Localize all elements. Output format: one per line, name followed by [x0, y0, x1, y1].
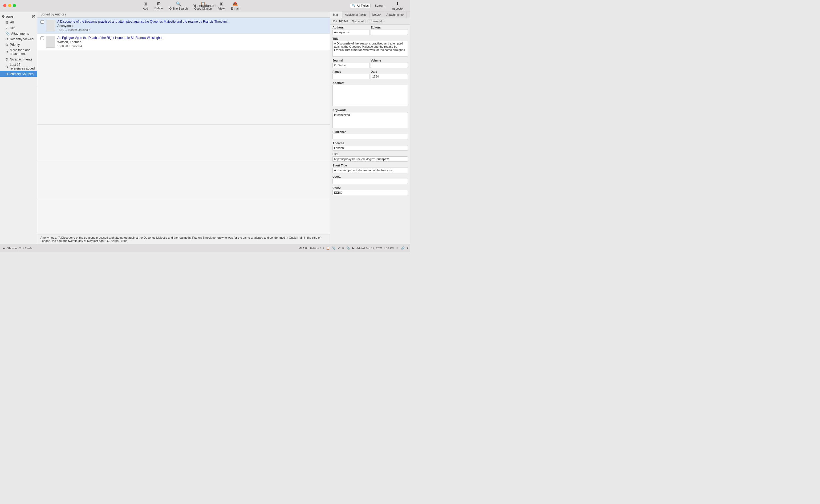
sidebar-item-more-than-one[interactable]: ⊙ More than one attachment — [0, 47, 37, 56]
url-label: URL — [332, 153, 408, 156]
status-bar-right: MLA 8th Edition.fmt 📋 📎 ✓ F 📎 ▶ Added Ju… — [298, 246, 408, 250]
primary-sources-icon: ⊙ — [5, 72, 8, 76]
volume-value[interactable] — [371, 63, 408, 68]
pages-value[interactable] — [332, 74, 370, 79]
tab-notes[interactable]: Notes* — [370, 11, 384, 18]
attach-icon: 📎 — [346, 246, 350, 250]
sidebar-item-attachments[interactable]: 📎 Attachments — [0, 31, 37, 36]
traffic-lights — [3, 4, 16, 7]
priority-icon: ⊙ — [5, 43, 8, 47]
sidebar-item-label: Attachments — [11, 32, 29, 35]
journal-value[interactable]: C. Barker — [332, 63, 370, 68]
editors-value[interactable] — [371, 30, 408, 35]
unused-badge[interactable]: Unused 4 — [367, 19, 384, 23]
main-layout: Groups ⌘ ▦ All ✓ Hits 📎 Attachments ⊙ Re… — [0, 11, 410, 244]
sidebar-item-label: Primary Sources — [10, 72, 34, 76]
sidebar-item-no-attachments[interactable]: ⊙ No attachments — [0, 56, 37, 62]
font-icon: F — [342, 247, 344, 250]
edit-icon: ✏ — [396, 246, 399, 250]
status-bar: ☁ Showing 2 of 2 refs MLA 8th Edition.fm… — [0, 244, 410, 252]
app-title: Dissertation.bdb — [193, 4, 218, 8]
sidebar-item-hits[interactable]: ✓ Hits — [0, 25, 37, 31]
sidebar: Groups ⌘ ▦ All ✓ Hits 📎 Attachments ⊙ Re… — [0, 11, 37, 244]
keywords-value[interactable]: Infochecked — [332, 112, 408, 128]
short-title-value[interactable]: A true and perfect declaration of the tr… — [332, 168, 408, 173]
last-15-icon: ⊙ — [5, 65, 8, 69]
journal-field: Journal C. Barker — [332, 59, 370, 68]
sidebar-item-primary-sources[interactable]: ⊙ Primary Sources — [0, 71, 37, 77]
tab-additional[interactable]: Additional Fields — [342, 11, 370, 18]
title-field-row: Title A Discouerie of the treasons pract… — [330, 36, 410, 58]
ref-thumbnail-2 — [46, 36, 55, 48]
email-button[interactable]: 📤 E-mail — [228, 0, 242, 11]
title-value[interactable]: A Discouerie of the treasons practised a… — [332, 41, 408, 57]
date-value[interactable]: 1584 — [371, 74, 408, 79]
close-button[interactable] — [3, 4, 6, 7]
empty-row-2 — [37, 87, 330, 125]
add-button[interactable]: ⊞ Add — [140, 0, 151, 11]
delete-icon: 🗑 — [157, 1, 161, 6]
format-label: MLA 8th Edition.fmt — [298, 247, 324, 250]
inspector-meta: ID# 163442 No Label Unused 4 — [330, 18, 410, 25]
ref-meta-2: 1590 20. Unused 4 — [57, 44, 327, 48]
toolbar: ⊞ Add 🗑 Delete 🔍 Online Search 📋 Copy Ci… — [32, 0, 350, 11]
ref-thumbnail-1 — [46, 20, 55, 31]
minimize-button[interactable] — [8, 4, 11, 7]
paperclip-icon: 📎 — [332, 246, 336, 250]
user1-label: User1 — [332, 175, 408, 178]
publisher-value[interactable] — [332, 134, 408, 139]
authors-value[interactable]: Anonymous — [332, 30, 370, 35]
search-box[interactable]: 🔍 All Fields — [350, 3, 371, 8]
sidebar-item-label: All — [10, 21, 14, 24]
journal-label: Journal — [332, 59, 370, 62]
added-label: Added Jun 17, 2021 1:03 PM — [356, 247, 395, 250]
all-icon: ▦ — [5, 20, 9, 24]
editors-field: Editors — [371, 26, 408, 35]
sidebar-item-all[interactable]: ▦ All — [0, 19, 37, 25]
ref-checkbox-1[interactable] — [40, 20, 44, 24]
search-button[interactable]: Search — [372, 3, 387, 8]
tab-main[interactable]: Main — [330, 11, 342, 18]
ref-author-1: Anonymous — [57, 24, 327, 28]
maximize-button[interactable] — [13, 4, 16, 7]
keywords-field-row: Keywords Infochecked — [330, 107, 410, 129]
delete-button[interactable]: 🗑 Delete — [151, 0, 166, 11]
user2-value[interactable]: EEBO — [332, 190, 408, 195]
inspector-button[interactable]: ℹ Inspector — [388, 0, 407, 11]
authors-editors-row: Authors Anonymous Editors — [330, 25, 410, 36]
sidebar-item-recently-viewed[interactable]: ⊙ Recently Viewed — [0, 36, 37, 42]
inspector-label-dropdown[interactable]: No Label — [350, 19, 366, 23]
sidebar-item-label: Recently Viewed — [10, 37, 34, 41]
content-area: Sorted by Authors A Discouerie of the tr… — [37, 11, 330, 244]
citation-text: Anonymous. "A Discouerie of the treasons… — [40, 236, 320, 242]
table-row[interactable]: An Eglogue Vpon the Death of the Right H… — [37, 34, 330, 50]
ref-checkbox-2[interactable] — [40, 36, 44, 40]
short-title-field-row: Short Title A true and perfect declarati… — [330, 163, 410, 174]
attachments-icon: 📎 — [5, 31, 10, 35]
sidebar-item-last-15[interactable]: ⊙ Last 15 references added — [0, 62, 37, 71]
ref-content-2: An Eglogue Vpon the Death of the Right H… — [57, 36, 327, 48]
url-value[interactable]: http://libproxy.lib.unc.edu/login?url=ht… — [332, 156, 408, 162]
toolbar-right: 🔍 All Fields Search ℹ Inspector — [350, 0, 407, 11]
ref-meta-1: 1584 C. Barker Unused 4 — [57, 28, 327, 31]
table-row[interactable]: A Discouerie of the treasons practised a… — [37, 18, 330, 34]
user1-field-row: User1 — [330, 174, 410, 185]
clipboard-icon: 📋 — [326, 246, 330, 250]
editors-label: Editors — [371, 26, 408, 29]
online-search-button[interactable]: 🔍 Online Search — [166, 0, 191, 11]
abstract-value[interactable] — [332, 85, 408, 106]
more-than-one-icon: ⊙ — [5, 50, 8, 54]
inspector-panel: Main Additional Fields Notes* Attachment… — [330, 11, 410, 244]
sidebar-item-priority[interactable]: ⊙ Priority — [0, 42, 37, 47]
check-icon: ✓ — [338, 246, 340, 250]
tab-attachments[interactable]: Attachments* — [384, 11, 407, 18]
recently-viewed-icon: ⊙ — [5, 37, 8, 41]
empty-row-4 — [37, 162, 330, 199]
groups-label: Groups — [2, 15, 14, 18]
publisher-label: Publisher — [332, 130, 408, 133]
address-value[interactable]: London — [332, 145, 408, 151]
sidebar-item-label: No attachments — [10, 58, 32, 61]
citation-bar: Anonymous. "A Discouerie of the treasons… — [37, 234, 330, 244]
publisher-field-row: Publisher — [330, 129, 410, 140]
user1-value[interactable] — [332, 179, 408, 184]
